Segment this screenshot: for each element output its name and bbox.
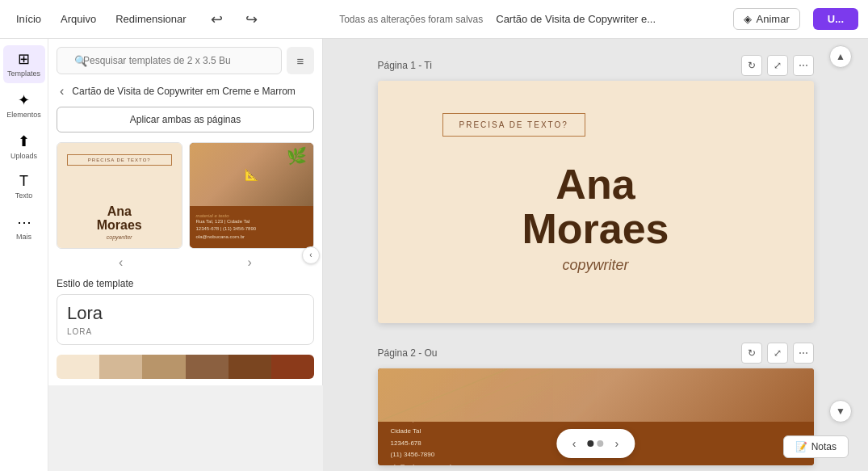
topbar-title-area: Todas as alterações foram salvas Cartão … <box>275 13 720 25</box>
sidebar-item-templates[interactable]: ⊞ Templates <box>3 45 45 83</box>
color-swatch-1[interactable] <box>57 355 99 379</box>
color-swatch-6[interactable] <box>271 355 314 379</box>
page-1-canvas[interactable]: PRECISA DE TEXTO? AnaMoraes copywriter <box>378 81 814 323</box>
page-2-actions: ↻ ⤢ ⋯ <box>741 343 814 364</box>
page-1-actions: ↻ ⤢ ⋯ <box>741 55 814 76</box>
color-swatch-4[interactable] <box>186 355 229 379</box>
search-input[interactable] <box>57 47 282 74</box>
undo-button[interactable]: ↩ <box>206 7 228 32</box>
page2-more-btn[interactable]: ⋯ <box>793 343 814 364</box>
search-wrapper: 🔍 <box>57 47 282 74</box>
notes-icon: 📝 <box>795 441 807 452</box>
topbar: Início Arquivo Redimensionar ↩ ↪ Todas a… <box>0 0 868 39</box>
card2-preview: 🌿 📐 material e texto Rua Tal, 123 | Cida… <box>190 143 314 248</box>
style-section: Estilo de template Lora LORA <box>48 271 322 355</box>
search-icon: 🔍 <box>74 55 87 67</box>
panel-title: Cartão de Visita de Copywriter em Creme … <box>72 86 314 97</box>
page2-decoration <box>378 368 814 422</box>
redo-button[interactable]: ↪ <box>241 7 262 32</box>
card1-preview: PRECISA DE TEXTO? AnaMoraes copywriter <box>57 143 182 248</box>
card2-top: 🌿 📐 <box>190 143 314 206</box>
sidebar-item-text[interactable]: T Texto <box>3 168 45 205</box>
filter-button[interactable]: ≡ <box>287 47 314 74</box>
canvas-area: ▲ Página 1 - Ti ↻ ⤢ ⋯ PRECISA DE TEXTO? … <box>323 39 868 471</box>
sidebar-item-elements[interactable]: ✦ Elementos <box>3 86 45 124</box>
page-2-label: Página 2 - Ou <box>378 347 438 359</box>
next-page-btn[interactable]: › <box>610 434 624 453</box>
elements-icon: ✦ <box>18 91 30 109</box>
page-dot-1 <box>588 440 594 447</box>
doc-title: Cartão de Visita de Copywriter e... <box>496 13 656 25</box>
page1-reload-btn[interactable]: ↻ <box>741 55 762 76</box>
page1-name: AnaMoraes <box>522 162 669 250</box>
color-swatch-2[interactable] <box>99 355 142 379</box>
card1-name: AnaMoraes <box>97 204 142 233</box>
style-card[interactable]: Lora LORA <box>57 294 314 345</box>
hide-panel-button[interactable]: ‹ <box>302 246 320 264</box>
plant-icon: 🌿 <box>287 146 307 166</box>
color-swatch-5[interactable] <box>229 355 271 379</box>
page1-subtitle: copywriter <box>562 257 628 274</box>
template-cards: PRECISA DE TEXTO? AnaMoraes copywriter 🌿… <box>48 137 322 254</box>
page-indicator <box>588 440 604 447</box>
panel-wrapper: 🔍 ≡ ‹ Cartão de Visita de Copywriter em … <box>48 39 323 471</box>
svg-line-0 <box>378 368 509 422</box>
svg-line-1 <box>421 368 552 422</box>
sidebar-item-more[interactable]: ⋯ Mais <box>3 208 45 246</box>
template-card-2[interactable]: 🌿 📐 material e texto Rua Tal, 123 | Cida… <box>189 142 315 249</box>
sidebar-item-label: Texto <box>15 191 33 200</box>
scroll-up-button[interactable]: ▲ <box>829 45 852 68</box>
card1-subtitle: copywriter <box>107 234 132 240</box>
style-font-name: Lora <box>67 303 304 324</box>
page2-contact: Rua Tal, 123Cidade Tal12345-678(11) 3456… <box>391 414 456 465</box>
template-card-1[interactable]: PRECISA DE TEXTO? AnaMoraes copywriter <box>57 142 182 249</box>
publish-button[interactable]: U... <box>813 8 858 30</box>
home-nav[interactable]: Início <box>10 10 48 28</box>
color-swatches <box>57 355 314 379</box>
panel-breadcrumb: ‹ Cartão de Visita de Copywriter em Crem… <box>48 79 322 102</box>
hide-right-btn[interactable]: › <box>248 255 252 270</box>
page2-reload-btn[interactable]: ↻ <box>741 343 762 364</box>
hide-left-btn[interactable]: ‹ <box>119 255 123 270</box>
color-swatch-3[interactable] <box>142 355 185 379</box>
animate-label: Animar <box>757 13 790 25</box>
card1-text-badge: PRECISA DE TEXTO? <box>67 154 172 166</box>
sidebar-item-label: Templates <box>7 69 40 78</box>
sidebar-item-label: Elementos <box>6 111 41 120</box>
page-1-header: Página 1 - Ti ↻ ⤢ ⋯ <box>378 55 814 76</box>
notes-button[interactable]: 📝 Notas <box>783 435 849 458</box>
uploads-icon: ⬆ <box>18 132 30 150</box>
bottom-bar: ‹ › <box>556 429 635 458</box>
svg-line-2 <box>465 368 596 422</box>
sidebar-item-uploads[interactable]: ⬆ Uploads <box>3 128 45 166</box>
main-layout: ⊞ Templates ✦ Elementos ⬆ Uploads T Text… <box>0 39 868 471</box>
card2-contact: Rua Tal, 123 | Cidade Tal12345-678 | (11… <box>196 218 257 242</box>
panel-search-row: 🔍 ≡ <box>48 39 322 79</box>
page-dot-2 <box>598 440 604 447</box>
back-button[interactable]: ‹ <box>57 84 67 99</box>
page1-expand-btn[interactable]: ⤢ <box>767 55 788 76</box>
sidebar-item-label: Uploads <box>10 152 37 161</box>
notes-label: Notas <box>811 441 837 452</box>
page-1-block: Página 1 - Ti ↻ ⤢ ⋯ PRECISA DE TEXTO? An… <box>339 55 852 323</box>
apply-button[interactable]: Aplicar ambas as páginas <box>57 107 314 132</box>
page-2-header: Página 2 - Ou ↻ ⤢ ⋯ <box>378 343 814 364</box>
object-icon: 📐 <box>245 168 258 181</box>
more-icon: ⋯ <box>17 213 31 231</box>
prev-page-btn[interactable]: ‹ <box>568 434 581 453</box>
file-nav[interactable]: Arquivo <box>54 10 103 28</box>
page1-text-box: PRECISA DE TEXTO? <box>442 113 585 137</box>
scroll-down-button[interactable]: ▼ <box>829 400 852 423</box>
page2-expand-btn[interactable]: ⤢ <box>767 343 788 364</box>
page1-more-btn[interactable]: ⋯ <box>793 55 814 76</box>
animate-icon: ◈ <box>744 13 752 25</box>
saved-status: Todas as alterações foram salvas <box>339 14 483 25</box>
topbar-nav: Início Arquivo Redimensionar <box>10 10 193 28</box>
template-panel: 🔍 ≡ ‹ Cartão de Visita de Copywriter em … <box>48 39 323 385</box>
resize-nav[interactable]: Redimensionar <box>109 10 192 28</box>
sidebar-icons: ⊞ Templates ✦ Elementos ⬆ Uploads T Text… <box>0 39 48 471</box>
text-icon: T <box>19 173 28 190</box>
card2-bottom: material e texto Rua Tal, 123 | Cidade T… <box>190 206 314 248</box>
animate-button[interactable]: ◈ Animar <box>733 8 800 30</box>
style-font-label: LORA <box>67 327 304 336</box>
